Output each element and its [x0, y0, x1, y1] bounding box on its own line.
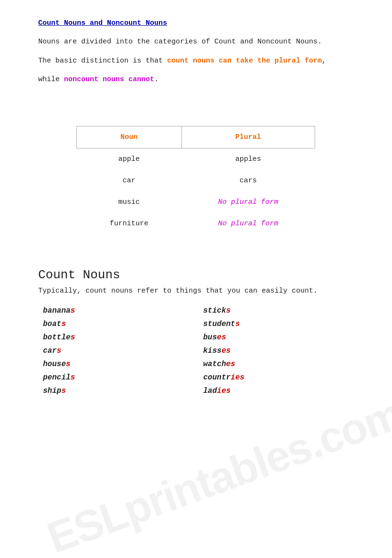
word-grid: bananassticksboatsstudentsbottlesbusesca…: [43, 306, 354, 395]
word-suffix: s: [235, 320, 240, 328]
word-item: houses: [43, 360, 194, 368]
word-suffix: ies: [217, 387, 231, 395]
word-item: ladies: [203, 387, 354, 395]
word-base: bus: [203, 333, 217, 342]
word-item: bottles: [43, 333, 194, 342]
word-suffix: s: [226, 306, 231, 315]
count-nouns-title: Count Nouns: [38, 268, 354, 282]
table-cell-plural: cars: [181, 170, 315, 191]
table-header-noun: Noun: [77, 126, 182, 148]
word-base: banana: [43, 306, 71, 315]
word-base: ship: [43, 387, 61, 395]
word-item: cars: [43, 347, 194, 355]
word-item: students: [203, 320, 354, 328]
word-base: bottle: [43, 333, 71, 342]
word-item: ships: [43, 387, 194, 395]
word-suffix: s: [66, 360, 71, 368]
intro-line3: while noncount nouns cannot.: [38, 74, 354, 86]
word-item: bananas: [43, 306, 194, 315]
intro-title: Count Nouns and Noncount Nouns: [38, 19, 354, 27]
intro-line2: The basic distinction is that count noun…: [38, 55, 354, 67]
word-suffix: es: [217, 333, 226, 342]
word-suffix: s: [61, 387, 66, 395]
word-suffix: s: [71, 306, 75, 315]
table-cell-plural: No plural form: [181, 213, 315, 234]
intro-line2-before: The basic distinction is that: [38, 57, 167, 65]
count-nouns-description: Typically, count nouns refer to things t…: [38, 287, 354, 295]
table-cell-noun: apple: [77, 148, 182, 170]
word-item: countries: [203, 373, 354, 382]
word-base: car: [43, 347, 57, 355]
table-cell-plural: apples: [181, 148, 315, 170]
table-cell-noun: car: [77, 170, 182, 191]
word-item: boats: [43, 320, 194, 328]
word-base: countr: [203, 373, 231, 382]
noncount-highlight: noncount nouns cannot: [64, 75, 154, 84]
word-base: boat: [43, 320, 61, 328]
word-suffix: s: [57, 347, 62, 355]
word-base: pencil: [43, 373, 71, 382]
word-suffix: s: [71, 333, 75, 342]
word-suffix: es: [226, 360, 235, 368]
word-suffix: s: [71, 373, 75, 382]
intro-line2-after: ,: [322, 57, 326, 65]
word-suffix: es: [222, 347, 231, 355]
count-highlight: count nouns can take the plural form: [167, 57, 322, 65]
intro-line3-before: while: [38, 75, 64, 84]
word-item: pencils: [43, 373, 194, 382]
table-cell-plural: No plural form: [181, 191, 315, 213]
table-header-plural: Plural: [181, 126, 315, 148]
word-item: watches: [203, 360, 354, 368]
intro-line3-after: .: [154, 75, 159, 84]
word-suffix: s: [61, 320, 66, 328]
intro-section: Count Nouns and Noncount Nouns Nouns are…: [38, 19, 354, 86]
intro-line1: Nouns are divided into the categories of…: [38, 36, 354, 48]
watermark: ESLprintables.com: [41, 390, 392, 558]
word-item: sticks: [203, 306, 354, 315]
table-cell-noun: furniture: [77, 213, 182, 234]
word-base: student: [203, 320, 235, 328]
word-suffix: ies: [231, 373, 244, 382]
word-base: kiss: [203, 347, 222, 355]
word-base: house: [43, 360, 66, 368]
word-item: kisses: [203, 347, 354, 355]
noun-plural-table: Noun Plural appleapplescarcarsmusicNo pl…: [76, 126, 315, 234]
word-base: lad: [203, 387, 217, 395]
word-base: stick: [203, 306, 226, 315]
table-cell-noun: music: [77, 191, 182, 213]
word-item: buses: [203, 333, 354, 342]
word-base: watch: [203, 360, 226, 368]
count-nouns-section: Count Nouns Typically, count nouns refer…: [38, 268, 354, 395]
